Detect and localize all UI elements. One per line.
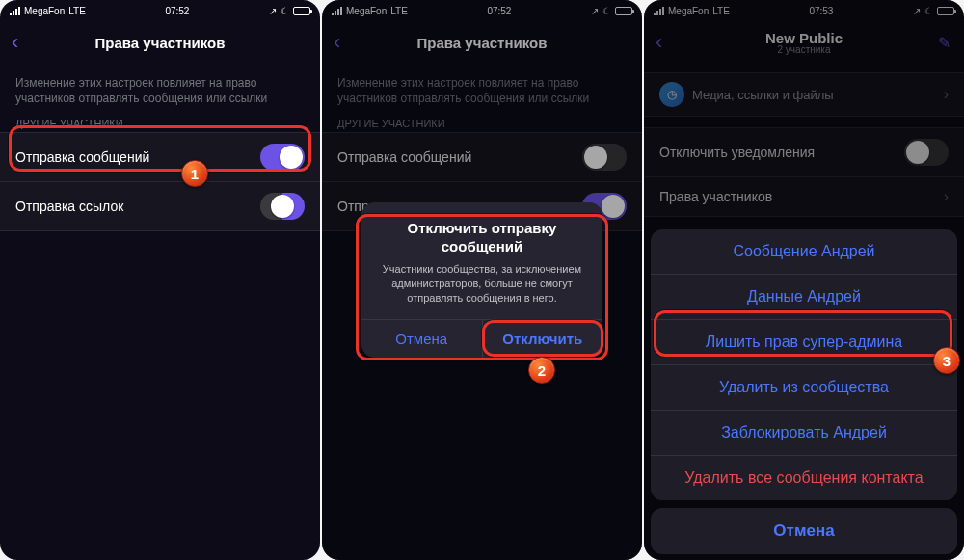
status-bar: MegaFon LTE 07:52 ↗ ☾ — [0, 0, 320, 21]
nav-bar: ‹ Права участников — [0, 21, 320, 64]
step-badge: 2 — [528, 357, 555, 384]
screen-1: MegaFon LTE 07:52 ↗ ☾ ‹ Права участников… — [0, 0, 320, 560]
back-button[interactable]: ‹ — [12, 30, 18, 55]
clock: 07:52 — [165, 6, 189, 16]
toggle-send-messages[interactable] — [260, 144, 305, 171]
page-title: Права участников — [95, 35, 226, 51]
moon-icon: ☾ — [281, 6, 289, 16]
net-label: LTE — [68, 6, 86, 16]
settings-description: Изменение этих настроек повлияет на прав… — [0, 73, 320, 108]
step-badge: 1 — [181, 160, 208, 187]
screen-3: MegaFon LTE 07:53 ↗ ☾ ‹ New Public 2 уча… — [644, 0, 964, 560]
row-send-links[interactable]: Отправка ссылок — [0, 181, 320, 231]
battery-icon — [293, 7, 310, 15]
actionsheet-overlay: Сообщение Андрей Данные Андрей Лишить пр… — [644, 0, 964, 560]
section-label: ДРУГИЕ УЧАСТНИКИ — [0, 108, 320, 133]
step-badge: 3 — [933, 347, 960, 374]
alert-cancel-button[interactable]: Отмена — [362, 320, 483, 358]
sheet-remove[interactable]: Удалить из сообщества — [651, 365, 957, 411]
screen-2: MegaFon LTE 07:52 ↗ ☾ ‹ Права участников… — [322, 0, 642, 560]
row-send-messages[interactable]: Отправка сообщений — [0, 132, 320, 182]
alert-title: Отключить отправку сообщений — [377, 220, 587, 256]
row-label: Отправка сообщений — [15, 149, 260, 165]
toggle-send-links[interactable] — [260, 193, 305, 220]
alert-dialog: Отключить отправку сообщений Участники с… — [362, 202, 602, 357]
alert-overlay: Отключить отправку сообщений Участники с… — [322, 0, 642, 560]
alert-message: Участники сообщества, за исключением адм… — [377, 262, 587, 306]
signal-icon — [10, 7, 20, 15]
sheet-info[interactable]: Данные Андрей — [651, 275, 957, 320]
action-sheet: Сообщение Андрей Данные Андрей Лишить пр… — [651, 229, 957, 554]
carrier-label: MegaFon — [24, 6, 65, 16]
sheet-message[interactable]: Сообщение Андрей — [651, 229, 957, 275]
sheet-cancel-button[interactable]: Отмена — [651, 508, 957, 554]
sheet-block[interactable]: Заблокировать Андрей — [651, 411, 957, 456]
alert-confirm-button[interactable]: Отключить — [483, 320, 603, 358]
sheet-revoke-admin[interactable]: Лишить прав супер-админа — [651, 320, 957, 365]
sheet-delete-messages[interactable]: Удалить все сообщения контакта — [651, 456, 957, 500]
dnd-icon: ↗ — [269, 6, 277, 16]
row-label: Отправка ссылок — [15, 199, 260, 214]
